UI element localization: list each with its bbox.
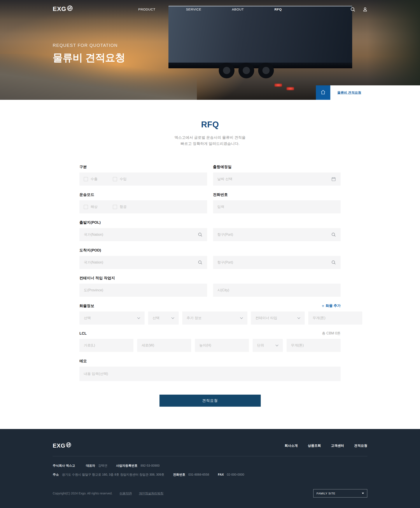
footer-nav-company[interactable]: 회사소개: [285, 444, 298, 448]
cargo-type-placeholder: 선택: [84, 316, 91, 321]
breadcrumb-current-link[interactable]: 물류비 견적요청: [337, 91, 361, 95]
stuffing-fields: [79, 284, 341, 297]
footer-nav-products[interactable]: 상품조회: [308, 444, 321, 448]
cargo-extra-select[interactable]: 추가 정보: [182, 312, 247, 325]
cargo-type-select[interactable]: 선택: [79, 312, 145, 325]
hero-section: EXG PRODUCT SERVICE ABOUT RFQ: [0, 0, 420, 100]
row-lcl: LCL 총 CBM 0톤 단위: [79, 331, 341, 352]
footer-company-info: 주식회사 엑스고 대표자 강택연 사업자등록번호 892-53-00900 주소…: [53, 463, 367, 477]
pol-port-input[interactable]: [217, 233, 331, 237]
calendar-icon[interactable]: [331, 176, 336, 182]
checkbox-import[interactable]: 수입: [113, 177, 127, 181]
rfq-subtitle: 엑스고에서 글로벌 운송사의 물류비 견적을 빠르고 정확하게 알려드리겠습니다…: [0, 134, 420, 147]
submit-rfq-button[interactable]: 견적요청: [160, 395, 261, 407]
row-mode-phone: 운송모드 해상 항공 전화번호: [79, 192, 341, 213]
ceo-label: 대표자: [86, 464, 95, 467]
terms-link[interactable]: 이용약관: [120, 492, 132, 495]
city-input[interactable]: [217, 288, 336, 292]
add-cargo-label: 화물 추가: [326, 304, 341, 308]
main-content: RFQ 엑스고에서 글로벌 운송사의 물류비 견적을 빠르고 정확하게 알려드리…: [0, 100, 420, 429]
pod-fields: [79, 256, 341, 269]
container-type-select[interactable]: 컨테이너 타입: [251, 312, 305, 325]
checkbox-export[interactable]: 수출: [84, 177, 97, 181]
privacy-link[interactable]: 개인정보처리방침: [139, 492, 163, 495]
lcl-width-input[interactable]: [141, 344, 187, 347]
checkbox-sea-box[interactable]: [84, 205, 88, 209]
lcl-weight-panel: [287, 339, 341, 352]
phone-input[interactable]: [217, 205, 336, 209]
cargo-label-line: 화물정보 + 화물 추가: [79, 303, 341, 308]
footer-logo-text: EXG: [53, 442, 66, 449]
search-icon[interactable]: [350, 7, 356, 12]
nav-rfq[interactable]: RFQ: [274, 7, 282, 11]
footer-top: EXG 회사소개 상품조회 고객센터 견적요청: [53, 440, 367, 452]
hero-copy: REQUEST FOR QUOTATION 물류비 견적요청: [53, 43, 125, 65]
lcl-height-input[interactable]: [199, 344, 244, 347]
checkbox-import-box[interactable]: [113, 177, 117, 181]
logo[interactable]: EXG: [53, 5, 73, 13]
nav-service[interactable]: SERVICE: [186, 7, 201, 11]
lcl-weight-input[interactable]: [291, 344, 336, 347]
etd-date-input[interactable]: [217, 177, 331, 181]
add-cargo-button[interactable]: + 화물 추가: [322, 304, 341, 308]
rfq-title: RFQ: [0, 120, 420, 129]
home-button[interactable]: [316, 85, 330, 100]
pol-nation-input[interactable]: [84, 233, 198, 237]
cargo-subtype-select[interactable]: 선택: [148, 312, 179, 325]
cargo-extra-placeholder: 추가 정보: [187, 316, 201, 321]
checkbox-export-box[interactable]: [84, 177, 88, 181]
search-icon[interactable]: [198, 232, 203, 237]
lcl-length-input[interactable]: [84, 344, 129, 347]
search-icon[interactable]: [331, 232, 336, 237]
province-input[interactable]: [84, 288, 203, 292]
pod-port-input[interactable]: [217, 261, 331, 264]
footer-legal: Copyright(C) 2024 Exgo. All rights reser…: [53, 491, 163, 495]
globe-icon: [66, 442, 71, 449]
checkbox-sea[interactable]: 해상: [84, 205, 97, 209]
tel-label: 전화번호: [173, 473, 185, 476]
pod-nation-input[interactable]: [84, 261, 198, 264]
biz-number: 892-53-00900: [140, 464, 160, 467]
checkbox-air-box[interactable]: [113, 205, 117, 209]
etd-panel: [213, 172, 341, 186]
copyright-text: Copyright(C) 2024 Exgo. All rights reser…: [53, 492, 112, 495]
category-label: 구분: [79, 164, 207, 169]
home-icon: [320, 89, 326, 96]
search-icon[interactable]: [198, 260, 203, 265]
user-icon[interactable]: [362, 7, 368, 12]
etd-label: 출항예정일: [213, 164, 341, 169]
ceo-name: 강택연: [98, 464, 107, 467]
company-info-row-2: 주소 경기도 수원시 팔달구 향교로 160, 3층 8호 창업지원센터 창업관…: [53, 472, 367, 477]
cargo-weight-panel: [308, 312, 362, 325]
lcl-unit-select[interactable]: 단위: [253, 339, 283, 352]
search-icon[interactable]: [331, 260, 336, 265]
nav-product[interactable]: PRODUCT: [138, 7, 155, 11]
stuffing-label: 컨테이너 적입 작업지: [79, 276, 341, 281]
field-phone: 전화번호: [213, 192, 341, 213]
truck-taillight: [274, 84, 282, 87]
stuffing-city-panel: [213, 284, 341, 297]
lcl-length-panel: [79, 339, 133, 352]
pol-label: 출발지(POL): [79, 220, 341, 225]
nav-about[interactable]: ABOUT: [232, 7, 244, 11]
cargo-weight-input[interactable]: [313, 316, 358, 320]
checkbox-air[interactable]: 항공: [113, 205, 127, 209]
chevron-down-icon: [137, 316, 140, 320]
footer-logo[interactable]: EXG: [53, 442, 71, 449]
footer-nav-support[interactable]: 고객센터: [331, 444, 344, 448]
footer-nav: 회사소개 상품조회 고객센터 견적요청: [285, 444, 367, 448]
address: 경기도 수원시 팔달구 향교로 160, 3층 8호 창업지원센터 창업관 30…: [62, 473, 164, 476]
pol-port-panel: [213, 228, 341, 241]
memo-input[interactable]: [84, 372, 336, 376]
total-cbm-text: 총 CBM 0톤: [322, 331, 341, 336]
lcl-fields: 단위: [79, 339, 341, 352]
family-site-select[interactable]: FAMILY SITE: [313, 489, 367, 498]
row-pod: 도착지(POD): [79, 248, 341, 269]
checkbox-air-label: 항공: [120, 205, 127, 209]
cargo-label: 화물정보: [79, 303, 94, 308]
biz-number-label: 사업자등록번호: [116, 464, 138, 467]
company-name: 주식회사 엑스고: [53, 464, 75, 467]
footer-nav-quote[interactable]: 견적요청: [354, 444, 367, 448]
phone-panel: [213, 200, 341, 213]
fax-number: 02-000-0000: [227, 473, 244, 476]
